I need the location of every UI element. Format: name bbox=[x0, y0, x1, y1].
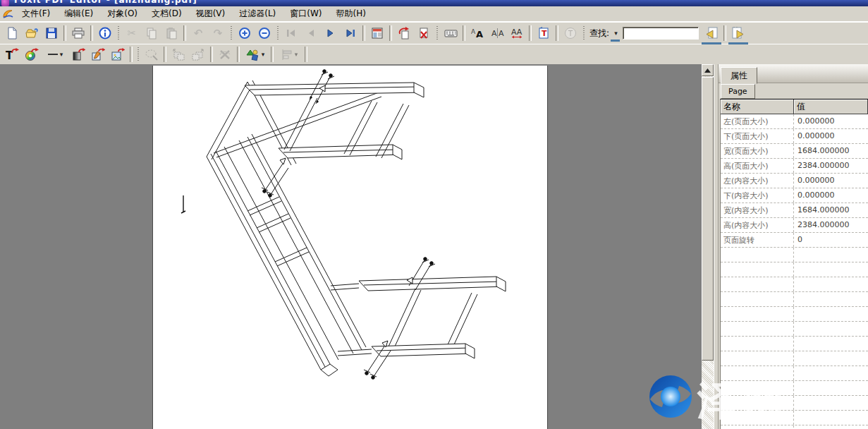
color-wheel-icon bbox=[25, 48, 39, 61]
bring-forward-button[interactable] bbox=[188, 45, 208, 64]
table-row-empty[interactable] bbox=[721, 381, 868, 396]
toolbar-drag-handle[interactable] bbox=[231, 26, 232, 40]
header-value[interactable]: 值 bbox=[794, 99, 868, 114]
tab-page[interactable]: Page bbox=[721, 84, 755, 99]
page-layout-button[interactable] bbox=[367, 24, 387, 42]
send-backward-button[interactable] bbox=[169, 45, 188, 64]
add-image-button[interactable] bbox=[108, 45, 128, 64]
panel-divider[interactable] bbox=[714, 64, 719, 429]
table-row-empty[interactable] bbox=[721, 322, 868, 337]
table-row[interactable]: 左(页面大小)0.000000 bbox=[721, 114, 868, 129]
toolbar-drag-handle[interactable] bbox=[118, 26, 119, 40]
toolbar-separator bbox=[63, 25, 66, 41]
save-button[interactable] bbox=[42, 24, 61, 42]
table-row-empty[interactable] bbox=[721, 337, 868, 351]
document-canvas[interactable] bbox=[0, 64, 702, 429]
toolbar-separator bbox=[305, 47, 307, 62]
edit-text-button[interactable]: T bbox=[2, 45, 22, 64]
table-row[interactable]: 左(内容大小)0.000000 bbox=[721, 174, 868, 188]
line-icon bbox=[47, 48, 59, 61]
font-compare-button[interactable]: AA bbox=[487, 24, 507, 42]
virtual-keyboard-button[interactable] bbox=[441, 24, 460, 42]
vertical-scrollbar[interactable] bbox=[702, 64, 714, 429]
zoom-out-button[interactable] bbox=[255, 24, 274, 42]
fill-style-button[interactable] bbox=[68, 45, 88, 64]
properties-table: 名称 值 左(页面大小)0.000000 下(页面大小)0.000000 宽(页… bbox=[720, 99, 868, 429]
table-row[interactable]: 宽(内容大小)1684.000000 bbox=[721, 203, 868, 218]
menu-view[interactable]: 视图(V) bbox=[189, 6, 233, 21]
align-objects-button[interactable]: ▾ bbox=[276, 45, 302, 64]
tab-properties[interactable]: 属性 bbox=[721, 67, 757, 84]
document-info-button[interactable] bbox=[95, 24, 115, 42]
find-dropdown[interactable]: ▾ bbox=[611, 27, 620, 40]
lasso-select-button[interactable] bbox=[142, 45, 161, 64]
find-next-button[interactable] bbox=[728, 24, 748, 42]
previous-page-button[interactable] bbox=[301, 24, 321, 42]
menu-help[interactable]: 帮助(H) bbox=[329, 6, 373, 21]
delete-page-button[interactable] bbox=[414, 24, 434, 42]
menu-window[interactable]: 窗口(W) bbox=[283, 6, 329, 21]
text-selection-button[interactable]: T bbox=[561, 24, 580, 42]
pdf-page[interactable] bbox=[152, 66, 548, 429]
find-input[interactable] bbox=[623, 27, 699, 40]
toolbar-separator bbox=[529, 25, 532, 41]
table-row[interactable]: 页面旋转0 bbox=[721, 233, 868, 248]
table-row[interactable]: 下(页面大小)0.000000 bbox=[721, 129, 868, 144]
toolbar-separator bbox=[389, 25, 392, 41]
first-page-icon bbox=[285, 27, 298, 40]
table-row[interactable]: 宽(页面大小)1684.000000 bbox=[721, 144, 868, 159]
edit-image-button[interactable] bbox=[88, 45, 108, 64]
table-row-empty[interactable] bbox=[721, 307, 868, 322]
toolbar-drag-handle[interactable] bbox=[436, 26, 438, 40]
table-row-empty[interactable] bbox=[721, 366, 868, 381]
paste-button[interactable] bbox=[161, 24, 181, 42]
table-row[interactable]: 高(内容大小)2384.000000 bbox=[721, 218, 868, 233]
redo-button[interactable]: ↷ bbox=[208, 24, 228, 42]
last-page-button[interactable] bbox=[341, 24, 360, 42]
menu-edit[interactable]: 编辑(E) bbox=[57, 6, 100, 21]
toolbar-drag-handle[interactable] bbox=[277, 26, 279, 40]
color-picker-button[interactable] bbox=[22, 45, 42, 64]
table-row-empty[interactable] bbox=[721, 248, 868, 262]
insert-shape-button[interactable]: ▾ bbox=[242, 45, 269, 64]
svg-text:T: T bbox=[542, 29, 547, 38]
menu-bar: 文件(F) 编辑(E) 对象(O) 文档(D) 视图(V) 过滤器(L) 窗口(… bbox=[0, 6, 868, 22]
copy-button[interactable] bbox=[142, 24, 161, 42]
font-embed-button[interactable]: AA bbox=[467, 24, 487, 42]
next-page-button[interactable] bbox=[321, 24, 341, 42]
print-button[interactable] bbox=[68, 24, 88, 42]
first-page-button[interactable] bbox=[281, 24, 301, 42]
menu-object[interactable]: 对象(O) bbox=[100, 6, 145, 21]
table-row-empty[interactable] bbox=[721, 411, 868, 425]
menu-document[interactable]: 文档(D) bbox=[145, 6, 189, 21]
zoom-in-button[interactable] bbox=[235, 24, 255, 42]
add-text-button[interactable]: T bbox=[534, 24, 554, 42]
header-name[interactable]: 名称 bbox=[721, 99, 794, 114]
scrollbar-thumb[interactable] bbox=[702, 77, 714, 361]
table-row[interactable]: 高(页面大小)2384.000000 bbox=[721, 159, 868, 174]
cut-button[interactable]: ✂ bbox=[122, 24, 142, 42]
open-button[interactable] bbox=[22, 24, 42, 42]
line-style-button[interactable]: ▾ bbox=[42, 45, 68, 64]
menu-filter[interactable]: 过滤器(L) bbox=[232, 6, 283, 21]
table-row-empty[interactable] bbox=[721, 396, 868, 411]
menu-file[interactable]: 文件(F) bbox=[15, 6, 57, 21]
zoom-in-icon bbox=[238, 27, 251, 40]
font-width-button[interactable]: AA bbox=[507, 24, 527, 42]
table-row-empty[interactable] bbox=[721, 292, 868, 307]
import-page-button[interactable] bbox=[394, 24, 414, 42]
table-row-empty[interactable] bbox=[721, 425, 868, 429]
toolbar-separator bbox=[556, 25, 558, 41]
find-previous-button[interactable] bbox=[702, 24, 721, 42]
new-button[interactable] bbox=[2, 24, 22, 42]
undo-button[interactable]: ↶ bbox=[188, 24, 208, 42]
table-row[interactable]: 下(内容大小)0.000000 bbox=[721, 188, 868, 203]
toolbar-drag-handle[interactable] bbox=[137, 47, 139, 61]
toolbar-separator bbox=[271, 47, 274, 62]
scroll-up-button[interactable] bbox=[702, 64, 714, 76]
table-row-empty[interactable] bbox=[721, 351, 868, 366]
delete-object-button[interactable] bbox=[215, 45, 235, 64]
table-row-empty[interactable] bbox=[721, 262, 868, 277]
toolbar-drag-handle[interactable] bbox=[583, 26, 585, 40]
table-row-empty[interactable] bbox=[721, 277, 868, 292]
